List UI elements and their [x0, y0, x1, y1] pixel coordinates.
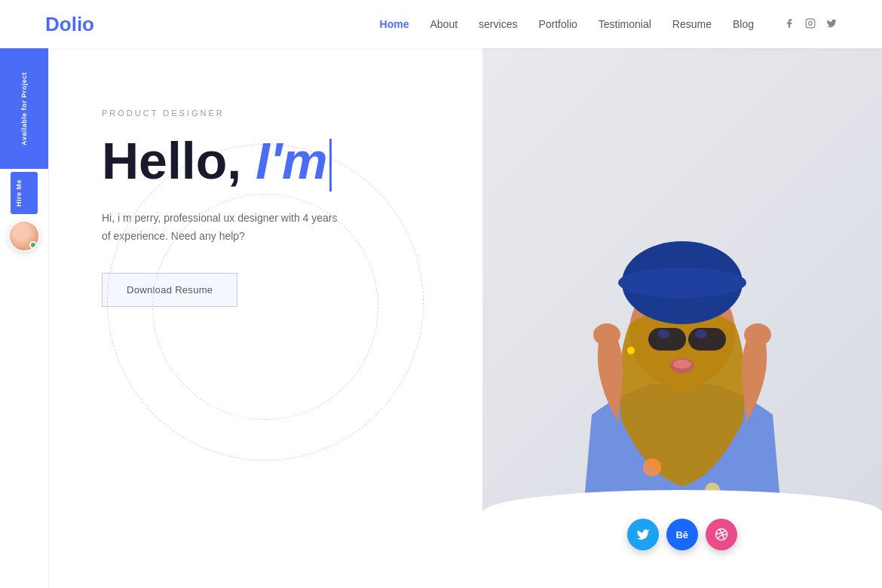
dribbble-float-button[interactable]	[706, 519, 737, 550]
svg-rect-9	[688, 328, 726, 351]
svg-point-11	[657, 329, 669, 338]
header-social	[784, 18, 837, 31]
hero-title-plain: Hello,	[102, 132, 241, 189]
online-indicator	[29, 241, 37, 249]
svg-point-17	[643, 458, 661, 476]
svg-point-12	[695, 329, 707, 338]
svg-point-14	[673, 360, 691, 369]
nav-services[interactable]: services	[479, 18, 517, 30]
logo-accent: D	[45, 13, 60, 35]
facebook-icon[interactable]	[784, 18, 795, 31]
behance-label: Bē	[675, 529, 688, 541]
available-badge[interactable]: Available for Project	[0, 48, 48, 169]
nav-testimonial[interactable]: Testimonial	[599, 18, 651, 30]
main-content: PRODUCT DESIGNER Hello, I'm Hi, i m perr…	[49, 48, 882, 588]
svg-point-16	[744, 323, 771, 346]
twitter-icon[interactable]	[826, 18, 837, 31]
social-floats: Bē	[627, 519, 737, 550]
svg-rect-0	[806, 19, 815, 28]
hire-me-button[interactable]: Hire Me	[11, 172, 38, 214]
svg-point-15	[593, 323, 620, 346]
behance-float-button[interactable]: Bē	[666, 519, 698, 550]
twitter-float-button[interactable]	[627, 519, 659, 550]
svg-point-7	[618, 268, 746, 298]
hero-title: Hello, I'm	[102, 133, 437, 191]
nav-resume[interactable]: Resume	[672, 18, 712, 30]
sidebar: Available for Project Hire Me	[0, 48, 49, 588]
svg-point-1	[809, 21, 813, 25]
avatar	[8, 220, 40, 252]
svg-point-2	[813, 20, 813, 21]
header: Dolio Home About services Portfolio Test…	[0, 0, 882, 48]
nav-about[interactable]: About	[430, 18, 458, 30]
hero-description: Hi, i m perry, professional ux designer …	[102, 210, 343, 246]
hero-image-section: Bē	[482, 48, 882, 588]
logo[interactable]: Dolio	[45, 13, 94, 36]
svg-point-20	[627, 347, 635, 354]
instagram-icon[interactable]	[805, 18, 816, 31]
hero-section: PRODUCT DESIGNER Hello, I'm Hi, i m perr…	[49, 48, 482, 588]
nav-blog[interactable]: Blog	[733, 18, 754, 30]
main-nav: Home About services Portfolio Testimonia…	[380, 18, 754, 30]
hero-subtitle: PRODUCT DESIGNER	[102, 109, 437, 118]
logo-rest: olio	[60, 13, 94, 35]
hero-title-blue: I'm	[241, 132, 327, 189]
cursor-blink	[329, 139, 332, 191]
nav-portfolio[interactable]: Portfolio	[538, 18, 577, 30]
nav-home[interactable]: Home	[380, 18, 409, 30]
download-resume-button[interactable]: Download Resume	[102, 273, 237, 307]
